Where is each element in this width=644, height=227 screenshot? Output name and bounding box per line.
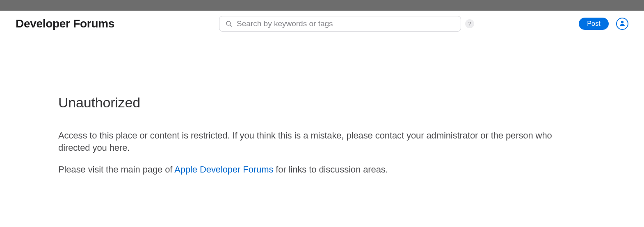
help-button[interactable]: ? [465, 19, 474, 28]
error-message: Access to this place or content is restr… [58, 129, 586, 154]
svg-point-0 [226, 21, 231, 25]
page-title: Unauthorized [58, 95, 586, 111]
search-input[interactable] [237, 19, 455, 28]
browser-chrome-bar [0, 0, 644, 11]
header-actions: Post [579, 18, 628, 30]
forums-link[interactable]: Apple Developer Forums [174, 164, 273, 175]
post-button[interactable]: Post [579, 18, 609, 30]
search-box[interactable] [219, 16, 461, 32]
redirect-suffix: for links to discussion areas. [273, 164, 388, 175]
search-icon [225, 20, 233, 27]
search-container: ? [114, 16, 579, 32]
profile-button[interactable] [616, 18, 628, 30]
svg-point-2 [621, 20, 623, 23]
main-content: Unauthorized Access to this place or con… [0, 37, 644, 176]
svg-line-1 [230, 25, 232, 27]
header: Developer Forums ? Post [16, 11, 628, 37]
person-icon [619, 20, 626, 28]
redirect-prefix: Please visit the main page of [58, 164, 174, 175]
site-title[interactable]: Developer Forums [16, 17, 114, 30]
redirect-message: Please visit the main page of Apple Deve… [58, 163, 586, 176]
